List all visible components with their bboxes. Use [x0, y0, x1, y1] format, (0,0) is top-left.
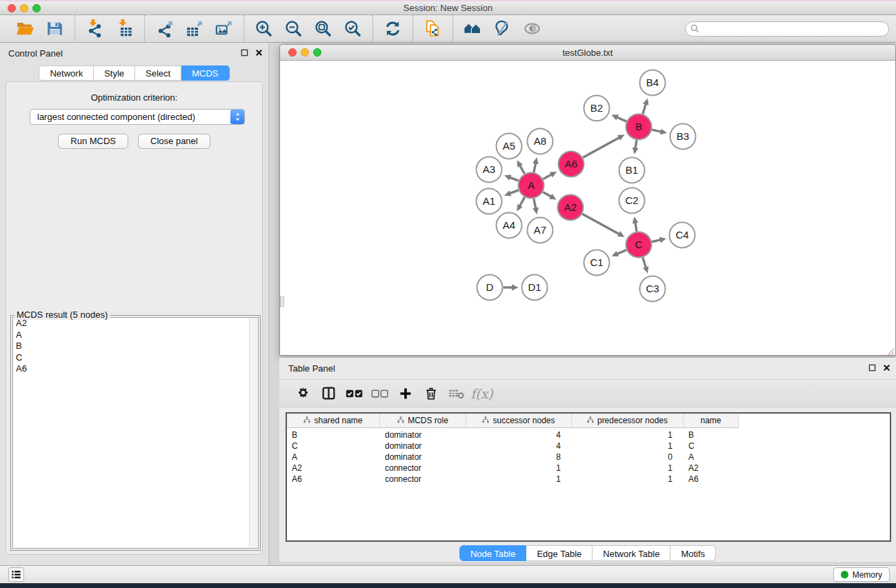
search-field[interactable] — [685, 21, 889, 37]
graph-edge-A-A8[interactable] — [534, 163, 536, 172]
export-table-button[interactable] — [179, 17, 209, 41]
graph-node-A4[interactable]: A4 — [497, 213, 522, 239]
table-tab-motifs[interactable]: Motifs — [670, 545, 716, 561]
task-history-button[interactable] — [8, 567, 24, 582]
graph-edge-B-B1[interactable] — [635, 140, 637, 148]
graph-node-A7[interactable]: A7 — [528, 218, 553, 243]
graph-edge-A-A4[interactable] — [519, 197, 524, 206]
graph-edge-A2-C[interactable] — [582, 214, 619, 234]
run-mcds-button[interactable]: Run MCDS — [58, 134, 128, 149]
graph-node-C4[interactable]: C4 — [670, 223, 695, 248]
table-row[interactable]: A2connector11A2 — [287, 463, 890, 474]
table-row[interactable]: Cdominator41C — [287, 440, 890, 452]
close-window-icon[interactable] — [8, 4, 16, 12]
graph-edge-B-B3[interactable] — [652, 130, 661, 132]
graph-node-A5[interactable]: A5 — [497, 134, 522, 159]
open-file-button[interactable] — [10, 17, 40, 41]
network-maximize-icon[interactable] — [313, 48, 321, 57]
mcds-result-item[interactable]: B — [13, 341, 258, 352]
graph-node-A[interactable]: A — [519, 173, 544, 199]
graph-edge-A-A7[interactable] — [534, 199, 536, 209]
minimize-window-icon[interactable] — [20, 4, 28, 12]
deselect-all-button[interactable] — [367, 382, 392, 405]
table-row[interactable]: Adominator80A — [287, 452, 890, 463]
float-panel-icon[interactable] — [240, 48, 248, 57]
graph-node-C2[interactable]: C2 — [619, 188, 645, 214]
tab-network[interactable]: Network — [39, 65, 94, 81]
network-canvas[interactable]: B4B2BB3A5A8A6A3B1AA1C2A2A4A7C4CC1DD1C3 — [280, 61, 895, 355]
delete-table-button[interactable] — [444, 382, 469, 405]
table-tab-node-table[interactable]: Node Table — [459, 545, 527, 561]
tab-select[interactable]: Select — [135, 65, 181, 81]
import-network-button[interactable] — [80, 17, 110, 41]
mcds-result-item[interactable]: A6 — [13, 363, 258, 375]
graph-node-D1[interactable]: D1 — [522, 275, 548, 301]
graph-edge-A-A6[interactable] — [543, 174, 552, 179]
delete-column-button[interactable] — [418, 382, 444, 405]
table-row[interactable]: A6connector11A6 — [287, 474, 890, 485]
graph-edge-C-C1[interactable] — [617, 250, 626, 254]
table-row[interactable]: Bdominator41B — [287, 429, 890, 440]
add-column-button[interactable] — [392, 382, 418, 405]
close-panel-button[interactable]: Close panel — [138, 134, 210, 149]
column-header-MCDS-role[interactable]: MCDS role — [380, 414, 466, 428]
column-browser-button[interactable] — [316, 382, 341, 405]
table-tab-network-table[interactable]: Network Table — [593, 545, 670, 561]
home-button[interactable] — [458, 17, 488, 41]
close-panel-icon[interactable] — [255, 48, 263, 57]
criterion-dropdown[interactable]: largest connected component (directed) — [30, 109, 245, 125]
graph-node-A8[interactable]: A8 — [528, 129, 553, 154]
graph-node-B[interactable]: B — [626, 114, 652, 140]
clone-network-button[interactable] — [418, 17, 448, 41]
graph-node-B4[interactable]: B4 — [640, 70, 666, 96]
graph-node-A6[interactable]: A6 — [559, 152, 584, 177]
mcds-result-item[interactable]: A — [13, 330, 258, 341]
zoom-in-button[interactable] — [249, 17, 279, 41]
network-close-icon[interactable] — [288, 48, 297, 57]
mcds-scrollbar[interactable] — [249, 318, 258, 548]
tab-style[interactable]: Style — [94, 65, 135, 81]
column-header-predecessor-nodes[interactable]: predecessor nodes — [572, 414, 684, 428]
graph-edge-A-A1[interactable] — [510, 190, 519, 194]
network-window-titlebar[interactable]: testGlobe.txt — [280, 45, 895, 61]
import-table-button[interactable] — [110, 17, 139, 41]
graph-edge-C-C2[interactable] — [635, 223, 637, 232]
graph-node-B2[interactable]: B2 — [584, 96, 610, 121]
graph-node-C[interactable]: C — [626, 232, 652, 258]
function-builder-button[interactable]: f(x) — [469, 382, 495, 405]
table-tab-edge-table[interactable]: Edge Table — [526, 545, 593, 561]
graph-edge-A-A5[interactable] — [520, 165, 525, 174]
graph-node-B3[interactable]: B3 — [670, 124, 696, 150]
float-table-panel-icon[interactable] — [868, 363, 876, 372]
maximize-window-icon[interactable] — [32, 4, 41, 12]
resize-grip[interactable] — [886, 346, 895, 354]
close-table-panel-icon[interactable] — [882, 363, 890, 372]
graph-edge-A-A3[interactable] — [510, 177, 519, 181]
network-minimize-icon[interactable] — [301, 48, 309, 57]
graph-node-B1[interactable]: B1 — [619, 158, 645, 183]
graph-edge-C-C3[interactable] — [643, 258, 646, 268]
graph-node-A3[interactable]: A3 — [477, 157, 502, 183]
graph-edge-A-A2[interactable] — [543, 192, 551, 197]
graph-node-A1[interactable]: A1 — [477, 189, 502, 214]
zoom-selected-button[interactable] — [338, 17, 368, 41]
graph-node-C3[interactable]: C3 — [640, 276, 666, 302]
graph-edge-B-B2[interactable] — [617, 117, 626, 121]
graph-edge-C-C4[interactable] — [652, 240, 661, 242]
clear-style-button[interactable] — [488, 17, 517, 41]
settings-button[interactable] — [290, 382, 316, 405]
graph-edge-A6-B[interactable] — [583, 137, 619, 157]
refresh-view-button[interactable] — [378, 17, 408, 41]
search-input[interactable] — [703, 24, 884, 34]
select-all-button[interactable] — [341, 382, 367, 405]
show-details-button[interactable] — [517, 17, 547, 41]
zoom-out-button[interactable] — [279, 17, 308, 41]
column-header-shared-name[interactable]: shared name — [287, 414, 380, 428]
column-header-successor-nodes[interactable]: successor nodes — [466, 414, 572, 428]
tab-mcds[interactable]: MCDS — [181, 65, 229, 81]
zoom-fit-button[interactable] — [308, 17, 338, 41]
export-network-button[interactable] — [150, 17, 179, 41]
graph-node-C1[interactable]: C1 — [584, 250, 610, 276]
mcds-result-item[interactable]: C — [13, 352, 258, 364]
export-image-button[interactable] — [209, 17, 239, 41]
